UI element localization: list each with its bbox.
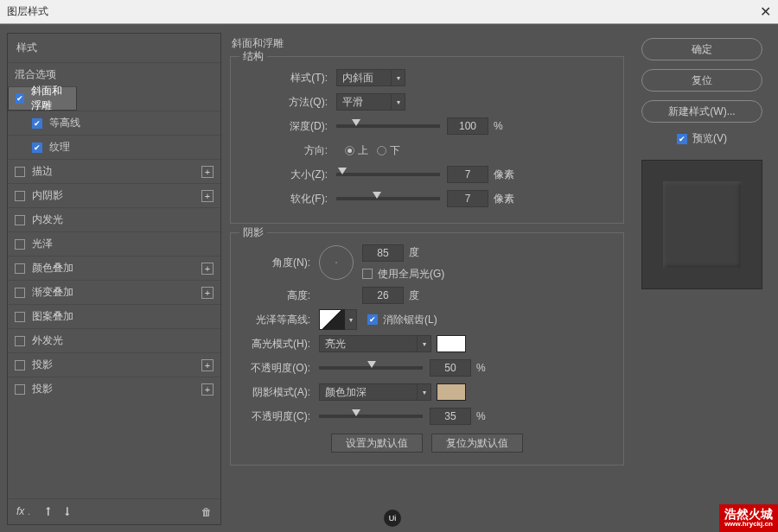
style-select[interactable]: 内斜面▾	[336, 69, 405, 86]
trash-icon[interactable]: 🗑	[201, 506, 212, 518]
sidebar-item-gradient-overlay[interactable]: 渐变叠加+	[8, 280, 220, 304]
checkbox-icon[interactable]	[15, 167, 25, 177]
direction-up-radio[interactable]	[345, 146, 354, 155]
sidebar-item-stroke[interactable]: 描边+	[8, 159, 220, 183]
watermark: 浩然火城 www.hryckj.cn	[719, 504, 778, 532]
fx-menu-icon[interactable]: fx﹒	[16, 504, 35, 519]
reset-button[interactable]: 复位	[641, 69, 762, 92]
chevron-down-icon: ▾	[391, 70, 405, 86]
sidebar-item-drop-shadow-2[interactable]: 投影+	[8, 377, 220, 401]
preview-thumbnail	[641, 160, 762, 289]
plus-icon[interactable]: +	[201, 383, 214, 396]
sidebar-item-satin[interactable]: 光泽	[8, 231, 220, 256]
checkbox-icon[interactable]	[15, 215, 25, 225]
checkbox-icon[interactable]	[15, 239, 25, 250]
chevron-down-icon: ▾	[391, 94, 405, 110]
chevron-down-icon: ▾	[417, 336, 430, 352]
chevron-down-icon: ▾	[417, 384, 430, 400]
technique-select[interactable]: 平滑▾	[336, 93, 405, 111]
angle-input[interactable]: 85	[362, 244, 404, 262]
plus-icon[interactable]: +	[201, 287, 214, 299]
plus-icon[interactable]: +	[201, 166, 214, 178]
sidebar-item-drop-shadow[interactable]: 投影+	[8, 352, 220, 377]
action-column: 确定 复位 新建样式(W)... ✔预览(V)	[633, 33, 771, 525]
sidebar-item-pattern-overlay[interactable]: 图案叠加	[8, 304, 220, 328]
new-style-button[interactable]: 新建样式(W)...	[641, 100, 762, 123]
highlight-mode-select[interactable]: 亮光▾	[319, 335, 431, 352]
global-light-checkbox[interactable]	[362, 269, 373, 279]
blend-options[interactable]: 混合选项	[8, 62, 220, 86]
sidebar-item-color-overlay[interactable]: 颜色叠加+	[8, 256, 220, 280]
soften-slider[interactable]	[336, 197, 440, 200]
size-slider[interactable]	[336, 173, 440, 176]
checkbox-icon[interactable]	[15, 312, 25, 322]
plus-icon[interactable]: +	[201, 359, 214, 371]
antialias-checkbox[interactable]: ✔	[367, 314, 378, 325]
chevron-down-icon[interactable]: ▾	[345, 309, 357, 330]
sidebar-header: 样式	[8, 34, 220, 62]
sidebar-item-inner-glow[interactable]: 内发光	[8, 207, 220, 231]
gloss-contour[interactable]	[319, 309, 345, 330]
sidebar-item-contour[interactable]: ✔等高线	[8, 111, 220, 135]
checkbox-icon[interactable]	[15, 360, 25, 370]
sidebar-item-texture[interactable]: ✔纹理	[8, 135, 220, 159]
titlebar: 图层样式 ✕	[0, 0, 778, 24]
make-default-button[interactable]: 设置为默认值	[331, 434, 423, 453]
altitude-input[interactable]: 26	[362, 287, 404, 304]
checkbox-icon[interactable]	[15, 191, 25, 201]
shadow-opacity-input[interactable]: 35	[430, 408, 471, 425]
reset-default-button[interactable]: 复位为默认值	[431, 434, 523, 453]
settings-panel: 斜面和浮雕 结构 样式(T):内斜面▾ 方法(Q):平滑▾ 深度(D):100%…	[226, 33, 628, 525]
ok-button[interactable]: 确定	[641, 38, 762, 60]
sidebar-item-bevel[interactable]: ✔斜面和浮雕	[8, 86, 77, 111]
dialog-title: 图层样式	[7, 4, 48, 19]
shadow-mode-select[interactable]: 颜色加深▾	[319, 383, 431, 401]
checkbox-icon[interactable]: ✔	[32, 118, 42, 129]
arrow-down-icon[interactable]: 🠗	[62, 506, 73, 518]
shadow-opacity-slider[interactable]	[319, 415, 423, 418]
checkbox-icon[interactable]: ✔	[16, 93, 24, 104]
highlight-opacity-slider[interactable]	[319, 366, 423, 370]
sidebar-item-outer-glow[interactable]: 外发光	[8, 328, 220, 352]
checkbox-icon[interactable]	[15, 263, 25, 274]
checkbox-icon[interactable]	[15, 384, 25, 395]
checkbox-icon[interactable]: ✔	[32, 142, 42, 153]
checkbox-icon[interactable]	[15, 336, 25, 346]
ui-cn-logo-icon: Ui	[384, 510, 401, 527]
angle-wheel[interactable]	[319, 245, 354, 280]
preview-checkbox[interactable]: ✔	[677, 134, 687, 144]
panel-title: 斜面和浮雕	[230, 33, 624, 56]
plus-icon[interactable]: +	[201, 263, 214, 275]
soften-input[interactable]: 7	[447, 190, 488, 207]
highlight-opacity-input[interactable]: 50	[430, 359, 471, 377]
size-input[interactable]: 7	[447, 166, 488, 183]
shading-group: 阴影 角度(N): 85度 使用全局光(G) 高度:26度 光泽等高线:▾✔消除…	[230, 232, 624, 466]
structure-group: 结构 样式(T):内斜面▾ 方法(Q):平滑▾ 深度(D):100% 方向:上下…	[230, 56, 624, 224]
sidebar-item-inner-shadow[interactable]: 内阴影+	[8, 183, 220, 207]
shadow-color-swatch[interactable]	[437, 383, 466, 401]
styles-sidebar: 样式 混合选项 ✔斜面和浮雕 ✔等高线 ✔纹理 描边+ 内阴影+ 内发光 光泽 …	[7, 33, 221, 525]
plus-icon[interactable]: +	[201, 190, 214, 202]
arrow-up-icon[interactable]: 🠕	[43, 506, 54, 518]
checkbox-icon[interactable]	[15, 288, 25, 298]
close-icon[interactable]: ✕	[760, 3, 771, 20]
highlight-color-swatch[interactable]	[437, 335, 466, 352]
direction-down-radio[interactable]	[377, 146, 386, 155]
depth-input[interactable]: 100	[447, 117, 488, 135]
depth-slider[interactable]	[336, 124, 440, 128]
